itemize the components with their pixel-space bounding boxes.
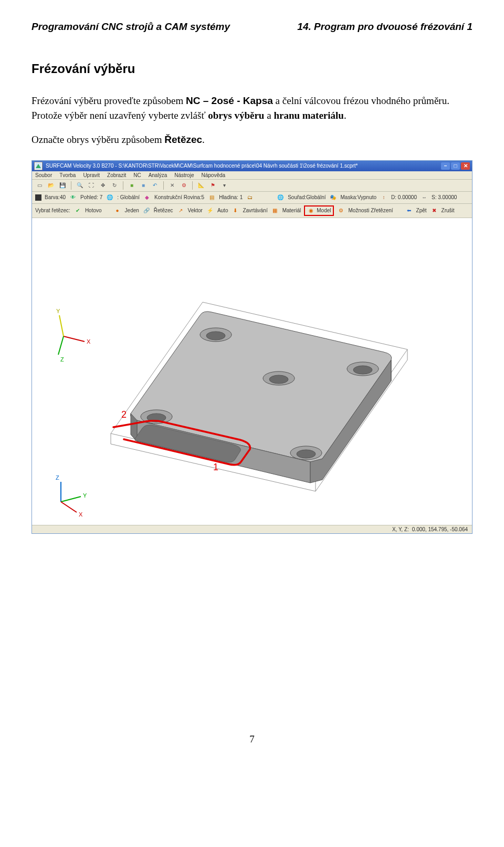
zoom-fit-icon[interactable]: ⛶: [87, 181, 96, 190]
rotate-icon[interactable]: ↻: [110, 181, 119, 190]
menu-napoveda[interactable]: Nápověda: [201, 172, 225, 178]
maximize-button[interactable]: □: [451, 162, 460, 170]
svg-line-22: [64, 336, 85, 342]
model-button-highlighted: ◉ Model: [304, 205, 333, 216]
menu-nc[interactable]: NC: [133, 172, 141, 178]
menu-nastroje[interactable]: Nástroje: [174, 172, 194, 178]
check-icon[interactable]: ▾: [220, 181, 228, 190]
header-right: 14. Program pro dvouosé frézování 1: [297, 21, 472, 33]
wireframe-icon[interactable]: ■: [128, 181, 136, 190]
menu-soubor[interactable]: Soubor: [35, 172, 52, 178]
back-icon: ⬅: [405, 206, 413, 215]
delete-icon[interactable]: ✕: [168, 181, 176, 190]
svg-text:X: X: [87, 338, 91, 345]
hladina-label[interactable]: Hladina: 1: [219, 194, 243, 200]
svg-text:Y: Y: [56, 308, 60, 314]
menu-upravit[interactable]: Upravit: [83, 172, 100, 178]
annotation-1: 1: [213, 462, 218, 472]
toolbar-view: Barva:40 👁 Pohled: 7 🌐 : Globální ◆ Kons…: [32, 192, 472, 204]
undo-icon[interactable]: ↶: [151, 181, 159, 190]
moznosti-button[interactable]: Možnosti Zřetězení: [349, 208, 393, 213]
new-icon[interactable]: ▭: [35, 181, 44, 190]
svg-line-26: [58, 336, 64, 355]
spacing-icon: ↔: [420, 193, 428, 202]
svg-point-9: [206, 332, 225, 340]
toolbar-chain: Vybrat řetězec: ✔ Hotovo ● Jeden 🔗 Řetěz…: [32, 204, 472, 218]
status-bar: X, Y, Z: 0.000, 154.795, -50.064: [32, 525, 472, 533]
shade-icon[interactable]: ■: [139, 181, 148, 190]
menu-zobrazit[interactable]: Zobrazit: [107, 172, 126, 178]
axis-triad-lower: Z Y X: [56, 474, 87, 518]
svg-text:Z: Z: [60, 356, 64, 363]
svg-point-21: [269, 375, 288, 384]
maska-label[interactable]: Maska:Vypnuto: [340, 194, 376, 200]
measure-icon[interactable]: 📐: [197, 181, 205, 190]
coord-icon: 🌐: [276, 193, 285, 202]
global-label[interactable]: : Globální: [117, 194, 140, 200]
mask-icon: 🎭: [329, 193, 337, 202]
toolbar-icons: ▭ 📂 💾 🔍 ⛶ ✥ ↻ ■ ■ ↶ ✕ ⚙ 📐 ⚑ ▾: [32, 180, 472, 192]
paragraph-1: Frézování výběru proveďte způsobem NC – …: [32, 94, 472, 122]
svg-line-24: [59, 315, 64, 336]
svg-text:Y: Y: [83, 492, 87, 499]
plane-icon: ◆: [143, 193, 151, 202]
zoom-icon[interactable]: 🔍: [76, 181, 84, 190]
d-label[interactable]: D: 0.00000: [391, 194, 417, 200]
retezec-button[interactable]: Řetězec: [154, 208, 173, 213]
zavrtavani-button[interactable]: Zavrtávání: [243, 208, 267, 213]
zavrtavani-icon: ⬇: [231, 206, 239, 215]
app-icon: [34, 162, 43, 170]
edit-icon[interactable]: ⚙: [180, 181, 188, 190]
vybrat-label: Vybrat řetězec:: [35, 208, 70, 213]
viewport-3d[interactable]: 1 2 X Y Z Z Y X: [32, 218, 472, 525]
barva-label[interactable]: Barva:40: [45, 194, 66, 200]
menu-tvorba[interactable]: Tvorba: [59, 172, 76, 178]
model-button[interactable]: Model: [317, 208, 331, 213]
embedded-screenshot: SURFCAM Velocity 3.0 B270 - S:\KANTOR\ST…: [32, 160, 472, 534]
cad-graphic: 1 2 X Y Z Z Y X: [32, 218, 472, 525]
window-titlebar: SURFCAM Velocity 3.0 B270 - S:\KANTOR\ST…: [32, 161, 472, 171]
auto-button[interactable]: Auto: [217, 208, 228, 213]
jeden-button[interactable]: Jeden: [125, 208, 139, 213]
depth-icon: ↕: [380, 193, 388, 202]
color-swatch[interactable]: [35, 194, 41, 201]
section-title: Frézování výběru: [32, 61, 472, 76]
close-button[interactable]: ✕: [461, 162, 470, 170]
model-icon: ◉: [307, 206, 315, 215]
open-icon[interactable]: 📂: [47, 181, 55, 190]
menu-bar: Soubor Tvorba Upravit Zobrazit NC Analýz…: [32, 171, 472, 180]
svg-text:X: X: [79, 511, 83, 518]
material-button[interactable]: Materiál: [282, 208, 301, 213]
svg-text:Z: Z: [56, 474, 59, 481]
eye-icon: 👁: [69, 193, 77, 202]
zpet-button[interactable]: Zpět: [416, 208, 427, 213]
axis-triad-center: X Y Z: [56, 308, 91, 363]
sourad-label[interactable]: Souřad:Globální: [288, 194, 326, 200]
svg-point-18: [297, 450, 316, 458]
rovina-label[interactable]: Konstrukční Rovina:5: [154, 194, 204, 200]
layers-icon[interactable]: 🗂: [246, 193, 254, 202]
layer-icon: ▤: [207, 193, 216, 202]
minimize-button[interactable]: –: [441, 162, 450, 170]
vektor-icon: ↗: [176, 206, 185, 215]
pohled-label[interactable]: Pohled: 7: [80, 194, 102, 200]
retezec-icon: 🔗: [142, 206, 151, 215]
page-header: Programování CNC strojů a CAM systémy 14…: [32, 21, 472, 33]
flag-icon[interactable]: ⚑: [208, 181, 217, 190]
vektor-button[interactable]: Vektor: [188, 208, 203, 213]
cancel-icon: ✖: [430, 206, 438, 215]
svg-line-32: [61, 502, 77, 512]
zrusit-button[interactable]: Zrušit: [442, 208, 455, 213]
save-icon[interactable]: 💾: [58, 181, 67, 190]
pan-icon[interactable]: ✥: [99, 181, 107, 190]
jeden-icon: ●: [113, 206, 122, 215]
paragraph-2: Označte obrys výběru způsobem Řetězec.: [32, 132, 472, 147]
s-label[interactable]: S: 3.00000: [432, 194, 457, 200]
menu-analyza[interactable]: Analýza: [149, 172, 167, 178]
status-label: X, Y, Z:: [392, 526, 409, 532]
globe-icon: 🌐: [106, 193, 114, 202]
window-title: SURFCAM Velocity 3.0 B270 - S:\KANTOR\ST…: [46, 163, 358, 169]
hotovo-icon: ✔: [74, 206, 82, 215]
hotovo-button[interactable]: Hotovo: [85, 208, 102, 213]
window-controls: – □ ✕: [441, 162, 470, 170]
